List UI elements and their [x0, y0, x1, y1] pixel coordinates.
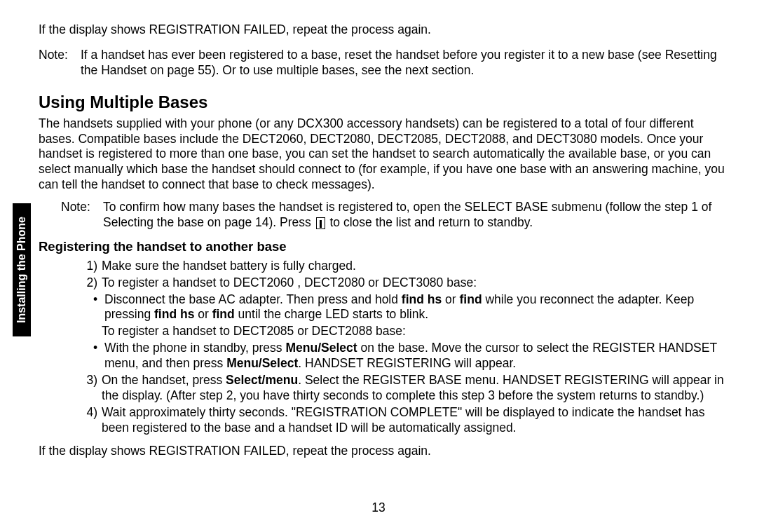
steps-list: 1) Make sure the handset battery is full… [79, 259, 732, 436]
page-content: If the display shows REGISTRATION FAILED… [0, 0, 757, 459]
step-number: 2) [79, 275, 97, 291]
sidebar-chapter-label: Installing the Phone [13, 203, 31, 336]
step-number: 4) [79, 405, 97, 436]
note-label: Note: [39, 48, 81, 79]
alt-register-text: To register a handset to DECT2085 or DEC… [102, 324, 732, 339]
bullet-marker: • [93, 341, 104, 371]
bullet-text: With the phone in standby, press Menu/Se… [104, 341, 732, 371]
bullet-2: • With the phone in standby, press Menu/… [93, 341, 732, 371]
bullet-marker: • [93, 292, 104, 323]
intro-text: If the display shows REGISTRATION FAILED… [39, 22, 732, 38]
step-text: Wait approximately thirty seconds. "REGI… [102, 405, 732, 436]
step-3: 3) On the handset, press Select/menu. Se… [79, 373, 732, 404]
subsection-title: Registering the handset to another base [39, 239, 732, 254]
section-title: Using Multiple Bases [39, 93, 732, 112]
note-label: Note: [61, 200, 103, 231]
page-number: 13 [0, 500, 757, 515]
bullet-text: Disconnect the base AC adapter. Then pre… [104, 292, 732, 323]
step-text: Make sure the handset battery is fully c… [102, 259, 732, 274]
step-number: 3) [79, 373, 97, 404]
bullet-1: • Disconnect the base AC adapter. Then p… [93, 292, 732, 323]
step-text: To register a handset to DECT2060 , DECT… [102, 275, 732, 291]
end-key-icon [316, 217, 325, 229]
closing-text: If the display shows REGISTRATION FAILED… [39, 444, 732, 459]
section-body: The handsets supplied with your phone (o… [39, 116, 732, 193]
note-text: To confirm how many bases the handset is… [103, 200, 732, 231]
note-text: If a handset has ever been registered to… [81, 48, 732, 79]
note-1: Note: If a handset has ever been registe… [39, 48, 732, 79]
step-4: 4) Wait approximately thirty seconds. "R… [79, 405, 732, 436]
note-2: Note: To confirm how many bases the hand… [61, 200, 732, 231]
step-text: On the handset, press Select/menu. Selec… [102, 373, 732, 404]
step-2: 2) To register a handset to DECT2060 , D… [79, 275, 732, 291]
step-1: 1) Make sure the handset battery is full… [79, 259, 732, 274]
note2-part-b: to close the list and return to standby. [327, 215, 533, 229]
step-number: 1) [79, 259, 97, 274]
